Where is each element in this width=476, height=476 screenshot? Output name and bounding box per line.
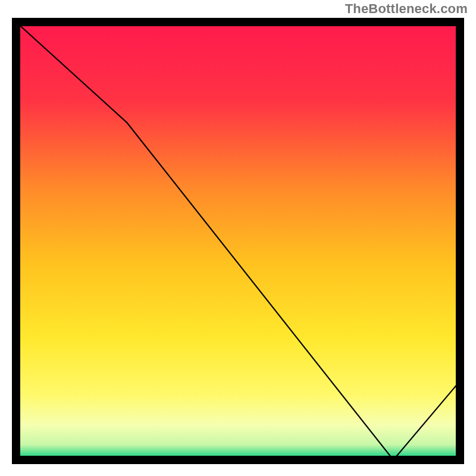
plot-background	[16, 22, 460, 460]
bottleneck-chart	[0, 0, 476, 476]
chart-container: TheBottleneck.com	[0, 0, 476, 476]
